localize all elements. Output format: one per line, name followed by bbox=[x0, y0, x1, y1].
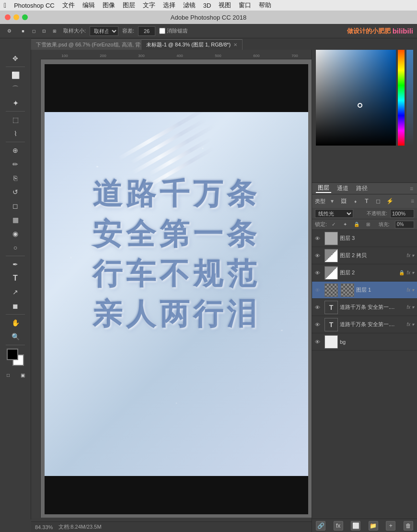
color-swatches[interactable] bbox=[7, 349, 24, 366]
mode-btn-2[interactable]: ◻ bbox=[29, 26, 38, 36]
move-tool[interactable]: ✥ bbox=[9, 52, 22, 65]
foreground-color[interactable] bbox=[7, 349, 18, 360]
menu-window[interactable]: 窗口 bbox=[239, 1, 251, 10]
filter-pixel-icon[interactable]: 🖼 bbox=[339, 196, 348, 206]
delete-layer-btn[interactable]: 🗑 bbox=[404, 521, 413, 531]
filter-text-icon[interactable]: T bbox=[362, 196, 371, 206]
color-gradient-area[interactable] bbox=[316, 40, 396, 146]
menu-edit[interactable]: 编辑 bbox=[82, 1, 95, 10]
layers-panel-menu[interactable]: ≡ bbox=[410, 185, 413, 192]
gradient-tool[interactable]: ▦ bbox=[9, 213, 22, 226]
eraser-tool[interactable]: ◻ bbox=[9, 199, 22, 213]
window-controls[interactable] bbox=[5, 14, 28, 20]
color-gradient[interactable] bbox=[316, 40, 396, 146]
marquee-tool[interactable]: ⬜ bbox=[9, 68, 22, 82]
lock-pixels-btn[interactable]: ✓ bbox=[329, 220, 338, 229]
layer-text1-visibility[interactable]: 👁 bbox=[315, 305, 323, 310]
tab-1-close[interactable]: ✕ bbox=[233, 42, 237, 47]
filter-type-dropdown[interactable]: ▾ bbox=[327, 196, 337, 206]
menu-type[interactable]: 文字 bbox=[143, 1, 155, 10]
healing-tool[interactable]: ⊕ bbox=[9, 144, 22, 157]
dodge-tool[interactable]: ○ bbox=[9, 241, 22, 254]
apple-menu[interactable]:  bbox=[4, 1, 6, 9]
layer-text2-visibility[interactable]: 👁 bbox=[315, 322, 323, 328]
lasso-tool[interactable]: ⌒ bbox=[9, 82, 22, 96]
history-brush[interactable]: ↺ bbox=[9, 185, 22, 199]
eyedropper-tool[interactable]: ⌇ bbox=[9, 127, 22, 140]
menu-select[interactable]: 选择 bbox=[163, 1, 175, 10]
channels-tab[interactable]: 通道 bbox=[335, 184, 350, 192]
quickmask-mode[interactable]: ▣ bbox=[16, 368, 29, 382]
filter-smart-icon[interactable]: ⚡ bbox=[385, 196, 394, 206]
anti-alias-option[interactable]: 消除锯齿 bbox=[159, 27, 188, 34]
filter-shape-icon[interactable]: ◻ bbox=[373, 196, 383, 206]
menu-file[interactable]: 文件 bbox=[62, 1, 75, 10]
mode-btn-3[interactable]: ⊡ bbox=[39, 26, 49, 36]
layer-row-2-copy[interactable]: 👁 图层 2 拷贝 fx ▾ bbox=[312, 247, 417, 264]
layer-2copy-thumb bbox=[324, 249, 338, 262]
color-alpha[interactable] bbox=[406, 40, 413, 146]
opacity-input[interactable] bbox=[390, 209, 414, 218]
anti-alias-checkbox[interactable] bbox=[159, 28, 165, 34]
layer-row-1[interactable]: 👁 图层 1 fx ▾ bbox=[312, 282, 417, 299]
wand-tool[interactable]: ✦ bbox=[9, 96, 22, 110]
lock-artboard-btn[interactable]: ⊞ bbox=[363, 220, 373, 229]
menu-3d[interactable]: 3D bbox=[203, 2, 211, 9]
brush-tool[interactable]: ✏ bbox=[9, 158, 22, 171]
tab-1[interactable]: 未标题-1 @ 84.3% (图层 1, RGB/8*) ✕ bbox=[141, 39, 243, 50]
menu-view[interactable]: 视图 bbox=[219, 1, 231, 10]
minimize-button[interactable] bbox=[13, 14, 19, 20]
shape-tool[interactable]: ◼ bbox=[9, 299, 22, 313]
crop-tool[interactable]: ⬚ bbox=[9, 113, 22, 126]
layer-row-3[interactable]: 👁 图层 3 bbox=[312, 230, 417, 247]
photoshop-canvas[interactable]: 道路千万条 安全第一条 行车不规范 亲人两行泪 bbox=[41, 59, 312, 518]
clone-tool[interactable]: ⎘ bbox=[9, 171, 22, 185]
maximize-button[interactable] bbox=[22, 14, 28, 20]
mode-btn-1[interactable]: ■ bbox=[18, 26, 28, 36]
layer-2-visibility[interactable]: 👁 bbox=[315, 270, 323, 276]
layer-3-visibility[interactable]: 👁 bbox=[315, 236, 323, 241]
menu-image[interactable]: 图像 bbox=[103, 1, 115, 10]
toolbar-options-icon[interactable]: ⚙ bbox=[4, 26, 14, 36]
standard-mode[interactable]: □ bbox=[1, 368, 15, 382]
tolerance-input[interactable] bbox=[138, 26, 155, 36]
add-mask-btn[interactable]: ⬜ bbox=[351, 521, 360, 531]
menu-filter[interactable]: 滤镜 bbox=[183, 1, 196, 10]
layer-row-bg[interactable]: 👁 bg bbox=[312, 333, 417, 351]
blur-tool[interactable]: ◉ bbox=[9, 227, 22, 240]
pen-tool[interactable]: ✒ bbox=[9, 258, 22, 271]
filter-adjust-icon[interactable]: ⬧ bbox=[350, 196, 360, 206]
add-style-btn[interactable]: fx bbox=[334, 521, 343, 531]
canvas-main[interactable]: 道路千万条 安全第一条 行车不规范 亲人两行泪 bbox=[45, 112, 308, 476]
layers-tab[interactable]: 图层 bbox=[316, 184, 331, 193]
hand-tool[interactable]: ✋ bbox=[9, 316, 22, 329]
mode-btn-4[interactable]: ⊞ bbox=[50, 26, 59, 36]
layer-bg-visibility[interactable]: 👁 bbox=[315, 339, 323, 345]
new-group-btn[interactable]: 📁 bbox=[369, 521, 378, 531]
sample-size-select[interactable]: 取样点 3×3平均 5×5平均 bbox=[90, 26, 118, 36]
layer-row-text-1[interactable]: 👁 T 道路千万条 安全第一.... fx ▾ bbox=[312, 299, 417, 316]
menu-layer[interactable]: 图层 bbox=[123, 1, 135, 10]
layer-row-text-2[interactable]: 👁 T 道路千万条 安全第一.... fx ▾ bbox=[312, 316, 417, 333]
close-button[interactable] bbox=[5, 14, 11, 20]
layer-row-2[interactable]: 👁 图层 2 🔒 fx ▾ bbox=[312, 264, 417, 282]
layer-1-visibility[interactable]: 👁 bbox=[315, 287, 323, 293]
tab-0[interactable]: 下雪效果.psd @ 66.7% (ForEnzo组, 高清, 背景, 底...… bbox=[31, 39, 141, 50]
menu-help[interactable]: 帮助 bbox=[259, 1, 271, 10]
blend-mode-select[interactable]: 线性光 bbox=[315, 209, 353, 218]
color-spectrum[interactable] bbox=[398, 40, 405, 146]
type-tool[interactable]: T bbox=[9, 272, 22, 285]
layer-2copy-visibility[interactable]: 👁 bbox=[315, 253, 323, 259]
path-select-tool[interactable]: ↗ bbox=[9, 285, 22, 299]
lock-move-btn[interactable]: ✦ bbox=[340, 220, 350, 229]
layers-toolbar-menu[interactable]: ≡ bbox=[411, 198, 414, 204]
paths-tab[interactable]: 路径 bbox=[354, 184, 370, 192]
lock-all-btn[interactable]: 🔒 bbox=[352, 220, 361, 229]
menu-photoshop[interactable]: Photoshop CC bbox=[14, 2, 55, 9]
new-layer-btn[interactable]: + bbox=[386, 521, 395, 531]
layers-list[interactable]: 👁 图层 3 👁 图层 2 拷贝 fx ▾ 👁 图层 2 🔒 fx ▾ bbox=[312, 230, 417, 519]
fill-input[interactable] bbox=[395, 221, 414, 228]
link-layers-btn[interactable]: 🔗 bbox=[316, 521, 325, 531]
color-cursor[interactable] bbox=[358, 103, 362, 108]
zoom-tool[interactable]: 🔍 bbox=[9, 330, 22, 343]
